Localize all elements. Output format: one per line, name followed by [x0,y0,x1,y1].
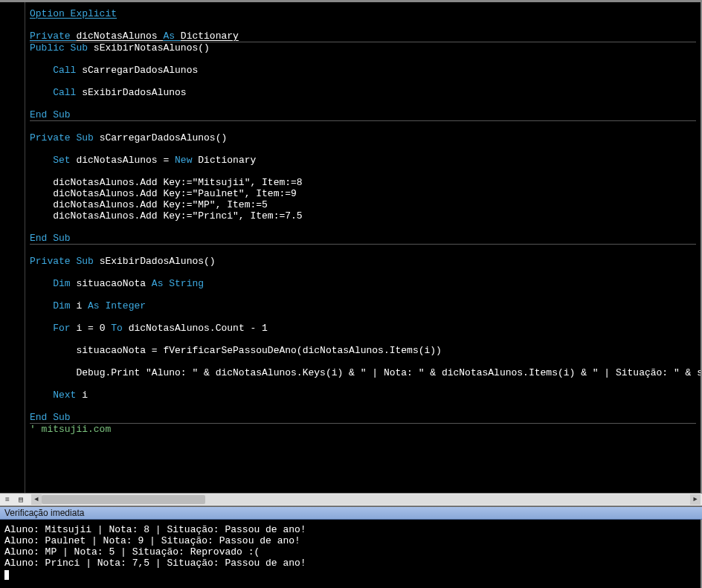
immediate-window-title: Verificação imediata [0,506,702,520]
view-toolbar: ≡ ▤ ◄ ► [0,493,702,506]
immediate-window[interactable]: Aluno: Mitsujii | Nota: 8 | Situação: Pa… [0,520,702,588]
procedure-view-button[interactable]: ≡ [1,494,13,505]
text-cursor [4,570,9,580]
scroll-right-arrow-icon[interactable]: ► [690,494,701,505]
horizontal-scrollbar[interactable]: ◄ ► [31,494,701,505]
code-editor-pane: Option Explicit Private dicNotasAlunos A… [0,1,702,493]
code-margin [0,2,25,493]
full-module-view-button[interactable]: ▤ [15,494,27,505]
scroll-left-arrow-icon[interactable]: ◄ [31,494,42,505]
code-editor[interactable]: Option Explicit Private dicNotasAlunos A… [25,2,701,493]
